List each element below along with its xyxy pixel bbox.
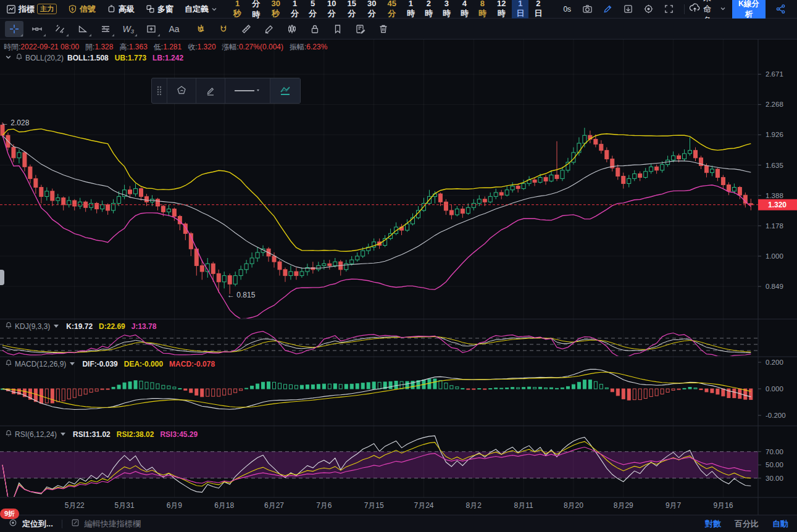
line-style-selector[interactable] [225, 78, 270, 103]
kdj-name[interactable]: KDJ(9,3,3) [15, 322, 50, 331]
candle-pattern-tool[interactable] [283, 21, 301, 37]
lock-tool[interactable] [306, 21, 324, 37]
timeframe-5分[interactable]: 5分 [304, 0, 321, 20]
bookmark-tool[interactable] [328, 21, 347, 37]
screenshot-button[interactable] [580, 2, 595, 16]
ohlc-info-row: 時間:2022-09-21 08:00開:1.328高:1.363低:1.281… [4, 42, 333, 52]
trash-tool[interactable] [374, 21, 393, 37]
ohlc-field: 漲幅:0.27%(0.004) [222, 42, 283, 52]
left-panel-handle[interactable] [0, 270, 4, 285]
svg-text:7月6: 7月6 [316, 501, 332, 510]
rsi-name[interactable]: RSI(6,12,24) [15, 430, 57, 439]
timeframe-2日[interactable]: 2日 [530, 0, 546, 20]
palette-drag-handle[interactable] [152, 78, 167, 103]
timeframe-2時[interactable]: 2時 [420, 0, 437, 20]
timeframe-10分[interactable]: 10分 [322, 0, 341, 20]
magnet-tool[interactable] [214, 21, 233, 37]
parallel-channel-tool[interactable] [96, 21, 115, 37]
svg-text:6月18: 6月18 [214, 501, 234, 510]
log-scale-toggle[interactable]: 對數 [705, 518, 721, 530]
svg-text:7月15: 7月15 [364, 501, 384, 510]
triangle-pattern-tool[interactable] [73, 21, 92, 37]
advanced-menu[interactable]: 高級 [107, 4, 135, 15]
svg-text:1.320: 1.320 [768, 201, 787, 209]
percent-scale-toggle[interactable]: 百分比 [735, 518, 759, 530]
shape-history-button[interactable] [167, 78, 196, 103]
indicator-value: LB:1.242 [152, 54, 183, 62]
edit-shortcut-button[interactable]: 編輯快捷指標欄 [85, 518, 141, 530]
timeframe-1日[interactable]: 1日 [512, 0, 528, 20]
dropdown-triangle-icon[interactable] [70, 362, 75, 365]
svg-text:← 0.815: ← 0.815 [227, 291, 256, 299]
fib-box-tool[interactable] [142, 21, 161, 37]
auto-scale-toggle[interactable]: 自動 [772, 518, 788, 530]
macd-name[interactable]: MACD(12,26,9) [15, 360, 66, 368]
svg-text:1.000: 1.000 [766, 252, 783, 260]
timeframe-3時[interactable]: 3時 [438, 0, 455, 20]
locate-pin-icon [9, 518, 17, 529]
alert-bell-icon[interactable] [5, 322, 12, 331]
ohlc-field: 收:1.320 [188, 42, 215, 52]
timeframe-12時[interactable]: 12時 [492, 0, 511, 20]
dropdown-triangle-icon[interactable] [61, 433, 65, 436]
template-edit-tool[interactable] [351, 21, 370, 37]
text-tool[interactable]: Aa [165, 21, 183, 37]
main-force-tag[interactable]: 主力 [37, 4, 57, 14]
rsi-indicator-row: RSI(6,12,24) RSI1:31.02RSI2:38.02RSI3:45… [5, 430, 204, 439]
indicator-value: UB:1.773 [115, 54, 146, 62]
settings-button[interactable] [641, 2, 656, 16]
measure-tool[interactable] [237, 21, 256, 37]
boll-name[interactable]: BOLL(20,2) [25, 54, 64, 62]
boll-indicator-row: BOLL(20,2) BOLL:1.508UB:1.773LB:1.242 [5, 53, 190, 62]
elliott-wave-tool[interactable]: W₃ [119, 21, 138, 37]
svg-text:8月11: 8月11 [514, 501, 533, 510]
timeframe-8時[interactable]: 8時 [474, 0, 491, 20]
timeframe-1時[interactable]: 1時 [403, 0, 419, 20]
timeframe-1分[interactable]: 1分 [286, 0, 303, 20]
timeframe-30分[interactable]: 30分 [362, 0, 381, 20]
brush-tool[interactable] [260, 21, 278, 37]
edit-style-button[interactable] [196, 78, 225, 103]
multiwindow-menu[interactable]: 多窗 [146, 4, 173, 15]
horizontal-line-tool[interactable] [28, 21, 46, 37]
indicator-menu[interactable]: 指標 主力 [6, 4, 57, 15]
indicator-value: D:22.69 [99, 322, 125, 331]
locate-button[interactable]: 定位到... [22, 518, 53, 530]
timeframe-45分[interactable]: 45分 [382, 0, 401, 20]
alert-bell-icon[interactable] [5, 430, 12, 439]
discount-badge[interactable]: 9折 [0, 509, 19, 519]
floating-drawing-palette[interactable] [151, 78, 301, 104]
advanced-label: 高級 [119, 4, 135, 15]
timeframe-1秒[interactable]: 1秒 [229, 0, 246, 20]
svg-text:5月22: 5月22 [65, 501, 85, 510]
timeframe-4時[interactable]: 4時 [456, 0, 473, 20]
trend-line-tool[interactable] [51, 21, 69, 37]
dropdown-triangle-icon[interactable] [54, 325, 59, 328]
indicator-value: RSI3:45.29 [160, 430, 198, 439]
signal-icon [68, 4, 77, 14]
timeframe-30秒[interactable]: 30秒 [267, 0, 285, 20]
share-button[interactable] [774, 2, 788, 16]
save-layout-button[interactable] [621, 2, 635, 16]
indicator-value: DEA:-0.000 [124, 360, 163, 368]
svg-text:8月29: 8月29 [614, 501, 633, 510]
draw-mode-button[interactable] [601, 2, 615, 16]
svg-text:2.268: 2.268 [766, 101, 783, 108]
crosshair-tool[interactable] [5, 21, 23, 37]
signal-menu[interactable]: 信號 [68, 4, 96, 15]
ohlc-field: 振幅:6.23% [290, 42, 327, 52]
svg-text:8月20: 8月20 [564, 501, 583, 510]
custom-menu[interactable]: 自定義 [185, 4, 217, 15]
edit-shortcut-icon [71, 518, 80, 529]
strong-magnet-tool[interactable] [191, 21, 210, 37]
alert-bell-icon[interactable] [15, 53, 23, 62]
timeframe-15分[interactable]: 15分 [343, 0, 361, 20]
svg-text:-0.200: -0.200 [766, 412, 786, 419]
fullscreen-button[interactable] [662, 2, 676, 16]
alert-bell-icon[interactable] [5, 359, 12, 368]
indicator-icon [6, 4, 16, 14]
chart-canvas[interactable]: 1.3202.6712.2681.9261.6351.3881.1781.000… [0, 0, 797, 532]
fill-style-button[interactable] [270, 78, 300, 103]
collapse-chevron-icon[interactable] [5, 54, 12, 62]
custom-label: 自定義 [185, 4, 209, 15]
